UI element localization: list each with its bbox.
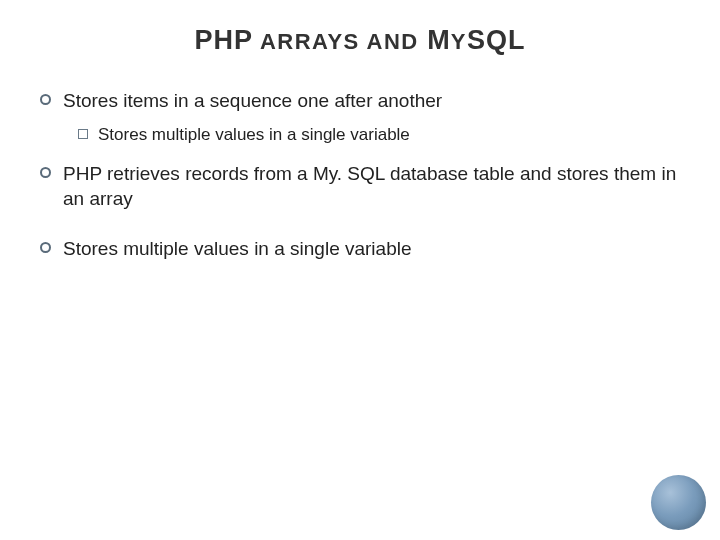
- title-part2: RRAYS AND: [277, 29, 418, 54]
- title-part3-sc: M: [419, 25, 451, 55]
- sub-list-item: Stores multiple values in a single varia…: [78, 124, 682, 147]
- title-part2-sc: A: [253, 29, 277, 54]
- content-area: Stores items in a sequence one after ano…: [38, 88, 682, 262]
- bullet-circle-icon: [40, 167, 51, 178]
- bullet-text: PHP retrieves records from a My. SQL dat…: [63, 161, 682, 212]
- bullet-circle-icon: [40, 242, 51, 253]
- spacer: [40, 222, 682, 236]
- bullet-text: Stores multiple values in a single varia…: [63, 236, 412, 262]
- bullet-text: Stores items in a sequence one after ano…: [63, 88, 442, 114]
- decorative-sphere-icon: [651, 475, 706, 530]
- bullet-circle-icon: [40, 94, 51, 105]
- title-part4-sc: SQL: [467, 25, 526, 55]
- title-part1: PHP: [195, 25, 254, 55]
- sub-bullet-text: Stores multiple values in a single varia…: [98, 124, 410, 147]
- title-part3: Y: [451, 29, 467, 54]
- list-item: Stores multiple values in a single varia…: [40, 236, 682, 262]
- slide-title: PHP ARRAYS AND MYSQL: [38, 25, 682, 56]
- bullet-square-icon: [78, 129, 88, 139]
- list-item: PHP retrieves records from a My. SQL dat…: [40, 161, 682, 212]
- list-item: Stores items in a sequence one after ano…: [40, 88, 682, 114]
